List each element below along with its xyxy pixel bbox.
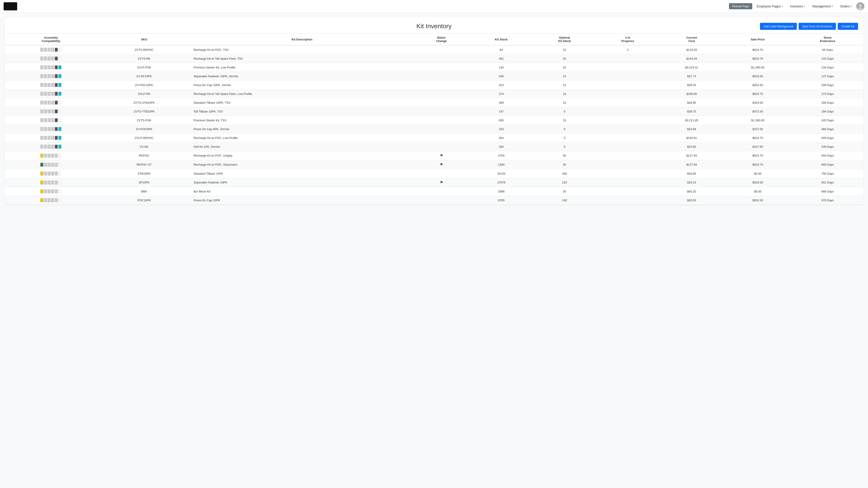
compat-swatch (40, 136, 43, 140)
add-label-background-button[interactable]: Add Label Background (760, 23, 797, 30)
table-row[interactable]: ZVTS-TTB10PKTall TiBase 10PK, TSV1475$39… (4, 107, 864, 116)
price-cell: $1,260.00 (724, 63, 792, 72)
col-batch-change: BatchChange (413, 34, 470, 45)
stock-cell: 206 (470, 72, 533, 80)
col-current-cost: CurrentCost (659, 34, 724, 45)
compat-cell (4, 133, 97, 142)
compat-swatch (58, 65, 61, 69)
in-progress-cell: 2 (596, 45, 659, 54)
table-row[interactable]: BBKBur Block Kit289830$93.20$0.00966 Day… (4, 187, 864, 196)
compat-cell (4, 63, 97, 72)
compat-cell (4, 72, 97, 80)
compat-cell (4, 151, 97, 160)
compat-swatch (44, 83, 47, 87)
table-row[interactable]: ZVLP-RKRecharge Kit w/ Tall Spare Parts,… (4, 90, 864, 98)
price-cell: $0.00 (724, 187, 792, 196)
sku-cell: ZVLP-RK (97, 90, 191, 98)
stock-cell: 2898 (470, 187, 533, 196)
desc-cell: Standard TiBase 10PK, TSV (191, 98, 413, 107)
price-cell: $623.70 (724, 45, 792, 54)
orders-menu[interactable]: Orders ▾ (837, 3, 855, 9)
compat-swatch (55, 65, 58, 69)
header-actions: Add Label Background Sync from eCommerce… (760, 23, 858, 30)
optimal-cell: 15 (533, 116, 596, 125)
in-progress-cell (596, 142, 659, 151)
table-row[interactable]: ZV-DKDrill Kit 1PK, ZimVie2655$23.80$157… (4, 142, 864, 151)
compat-swatch (55, 198, 58, 202)
compat-swatch (58, 83, 61, 87)
compat-swatch (58, 48, 61, 52)
compat-swatch (55, 101, 58, 105)
compat-swatch (55, 154, 58, 158)
table-row[interactable]: ZVLP-RKPOCRecharge Kit w/ POC, Low Profi… (4, 133, 864, 142)
batch-cell: ⚑ (413, 151, 470, 160)
table-row[interactable]: ZV-POC6PKPress-On Cap 6PK, ZimVie2335$23… (4, 125, 864, 133)
compat-swatch (40, 109, 43, 113)
table-row[interactable]: ZVTS-RKRecharge Kit w/ Tall Spare Parts,… (4, 54, 864, 63)
employee-pages-menu[interactable]: Employee Pages ▾ (754, 3, 785, 9)
compat-swatch (51, 144, 54, 149)
endurance-cell: 294 Days (792, 107, 864, 116)
svg-point-0 (859, 4, 862, 7)
compat-swatch (58, 118, 61, 122)
price-cell: $262.50 (724, 80, 792, 90)
compat-swatch (48, 198, 51, 202)
table-row[interactable]: ZV-SF10PKSeparable Fastener 10PK, ZimVie… (4, 72, 864, 80)
table-row[interactable]: STB10PKStandard TiBase 10PK15120200$28.8… (4, 169, 864, 178)
sku-cell: ZVTS-STB10PK (97, 98, 191, 107)
optimal-cell: 210 (533, 178, 596, 187)
endurance-cell: 134 Days (792, 63, 864, 72)
table-row[interactable]: ZVLP-PSKPremium Starter Kit, Low Profile… (4, 63, 864, 72)
cost-cell: $3,211.85 (659, 116, 724, 125)
optimal-cell: 50 (533, 151, 596, 160)
inventory-chevron-icon: ▾ (804, 5, 805, 7)
desc-cell: Standard TiBase 10PK (191, 169, 413, 178)
compat-swatch (58, 92, 61, 96)
table-row[interactable]: ZVTS-RKPOCRecharge Kit w/ POC, TSV84102$… (4, 45, 864, 54)
compat-swatch (44, 154, 47, 158)
compat-swatch (40, 163, 43, 167)
compat-swatch (55, 57, 58, 61)
cost-cell: $23.69 (659, 125, 724, 133)
page-header: Kit Inventory Add Label Background Sync … (4, 17, 864, 33)
create-kit-button[interactable]: Create Kit (838, 23, 858, 30)
sku-cell: SF10PK (97, 178, 191, 187)
compat-swatch (51, 57, 54, 61)
sync-ecommerce-button[interactable]: Sync from eCommerce (799, 23, 836, 30)
in-progress-cell (596, 80, 659, 90)
compat-swatch (58, 171, 61, 175)
batch-cell (413, 63, 470, 72)
compat-swatch (44, 163, 47, 167)
in-progress-cell (596, 116, 659, 125)
optimal-cell: 30 (533, 187, 596, 196)
cost-cell: $23.80 (659, 142, 724, 151)
table-row[interactable]: POC10PKPress-On Cap 10PK9765100$26.55$26… (4, 196, 864, 205)
compat-swatch (48, 136, 51, 140)
col-assembly-compat: AssemblyCompatibility (4, 34, 97, 45)
flag-icon: ⚑ (440, 163, 443, 166)
table-row[interactable]: RKPOC-STRecharge Kit w/ POC, Straumann⚑1… (4, 160, 864, 169)
compat-cell (4, 196, 97, 205)
reload-page-button[interactable]: Reload Page (729, 3, 752, 9)
management-menu[interactable]: Management ▾ (809, 3, 835, 9)
endurance-cell: 208 Days (792, 80, 864, 90)
in-progress-cell (596, 160, 659, 169)
desc-cell: Press-On Cap 10PK, ZimVie (191, 80, 413, 90)
table-row[interactable]: SF10PKSeparable Fastener 10PK⚑17678210$3… (4, 178, 864, 187)
stock-cell: 1360 (470, 160, 533, 169)
stock-cell: 264 (470, 133, 533, 142)
avatar[interactable] (856, 2, 864, 10)
compat-swatch (40, 127, 43, 131)
compat-swatch (51, 118, 54, 122)
compat-swatch (40, 83, 43, 87)
in-progress-cell (596, 72, 659, 80)
table-row[interactable]: ZVTS-PSKPremium Starter Kit, TSV63015$3,… (4, 116, 864, 125)
table-row[interactable]: RKPOCRecharge Kit w/ POC, Unigrip⚑275450… (4, 151, 864, 160)
table-row[interactable]: ZV-POC10PKPress-On Cap 10PK, ZimVie31315… (4, 80, 864, 90)
cost-cell: $93.20 (659, 187, 724, 196)
table-row[interactable]: ZVTS-STB10PKStandard TiBase 10PK, TSV289… (4, 98, 864, 107)
inventory-menu[interactable]: Inventory ▾ (787, 3, 808, 9)
endurance-cell: 680 Days (792, 160, 864, 169)
stock-cell: 233 (470, 125, 533, 133)
compat-swatch (55, 136, 58, 140)
